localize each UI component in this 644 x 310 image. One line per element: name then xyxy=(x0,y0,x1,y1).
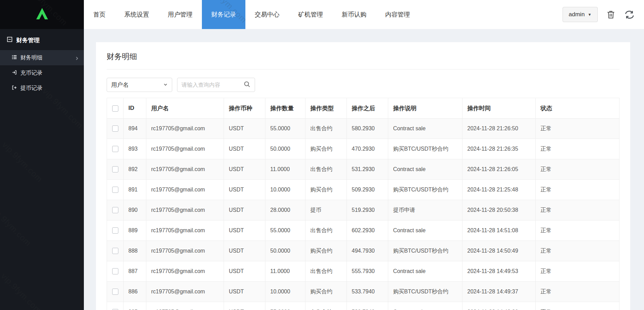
row-checkbox[interactable] xyxy=(112,289,118,295)
table-cell: rc197705@gmail.com xyxy=(146,302,224,310)
logo[interactable] xyxy=(0,0,84,29)
table-cell: 893 xyxy=(124,139,146,159)
row-checkbox[interactable] xyxy=(112,146,118,152)
nav-item-miner-management[interactable]: 矿机管理 xyxy=(289,0,332,29)
column-header: 操作币种 xyxy=(224,98,265,119)
table-cell: 出售合约 xyxy=(305,119,347,139)
table-cell: 11.0000 xyxy=(265,261,305,282)
row-checkbox-cell xyxy=(107,220,124,241)
row-checkbox-cell xyxy=(107,159,124,180)
table-cell: 10.0000 xyxy=(265,282,305,302)
page: vip.9fym.com vip.9fym.com vip.9fym.com v… xyxy=(0,0,644,310)
table-cell: 正常 xyxy=(536,180,619,200)
deposit-icon xyxy=(12,70,17,76)
row-checkbox[interactable] xyxy=(112,227,118,234)
table-cell: 正常 xyxy=(536,119,619,139)
column-header: 状态 xyxy=(536,98,619,119)
sidebar-item-withdraw-records[interactable]: 提币记录 xyxy=(0,81,84,96)
table-cell: 出售合约 xyxy=(305,261,347,282)
table-cell: 正常 xyxy=(536,220,619,241)
table-cell: 出售合约 xyxy=(305,302,347,310)
nav-item-system-settings[interactable]: 系统设置 xyxy=(115,0,158,29)
table-row: 890rc197705@gmail.comUSDT28.0000提币519.29… xyxy=(107,200,619,220)
table-cell: USDT xyxy=(224,159,265,180)
admin-label: admin xyxy=(569,11,585,18)
table-cell: 购买合约 xyxy=(305,282,347,302)
sidebar-item-finance-detail[interactable]: 财务明细 xyxy=(0,50,84,65)
admin-dropdown-button[interactable]: admin ▼ xyxy=(563,7,598,22)
table-cell: 2024-11-28 21:25:48 xyxy=(462,180,536,200)
nav-item-content-management[interactable]: 内容管理 xyxy=(376,0,419,29)
row-checkbox[interactable] xyxy=(112,166,118,172)
table-cell: 2024-11-28 21:26:05 xyxy=(462,159,536,180)
table-cell: 580.2930 xyxy=(347,119,388,139)
table-cell: 55.0000 xyxy=(265,302,305,310)
trash-icon[interactable] xyxy=(607,10,615,19)
row-checkbox-cell xyxy=(107,261,124,282)
table-cell: 正常 xyxy=(536,302,619,310)
search-input[interactable] xyxy=(182,82,241,88)
table-cell: 2024-11-28 14:49:37 xyxy=(462,282,536,302)
sidebar-section-finance[interactable]: 财务管理 xyxy=(0,29,84,50)
table-cell: 购买合约 xyxy=(305,139,347,159)
table-cell: 2024-11-28 14:48:20 xyxy=(462,302,536,310)
table-cell: 602.2930 xyxy=(347,220,388,241)
top-nav: 首页 系统设置 用户管理 财务记录 交易中心 矿机管理 新币认购 内容管理 xyxy=(84,0,419,29)
list-icon xyxy=(12,55,17,61)
table-cell: 11.0000 xyxy=(265,159,305,180)
chevron-down-icon xyxy=(163,82,168,88)
table-cell: 正常 xyxy=(536,241,619,261)
finance-table: ID用户名操作币种操作数量操作类型操作之后操作说明操作时间状态 894rc197… xyxy=(107,98,619,310)
column-header: 用户名 xyxy=(146,98,224,119)
table-cell: rc197705@gmail.com xyxy=(146,282,224,302)
column-header: 操作类型 xyxy=(305,98,347,119)
row-checkbox[interactable] xyxy=(112,207,118,213)
table-cell: 提币申请 xyxy=(388,200,462,220)
username-filter-select[interactable]: 用户名 xyxy=(107,78,172,92)
row-checkbox[interactable] xyxy=(112,187,118,193)
select-all-checkbox[interactable] xyxy=(112,105,118,112)
table-cell: 购买BTC/USDT秒合约 xyxy=(388,139,462,159)
nav-item-trade-center[interactable]: 交易中心 xyxy=(245,0,289,29)
table-cell: 494.7930 xyxy=(347,241,388,261)
table-cell: USDT xyxy=(224,241,265,261)
sidebar-item-label: 充币记录 xyxy=(20,69,42,77)
table-cell: 正常 xyxy=(536,159,619,180)
table-cell: 891 xyxy=(124,180,146,200)
logo-icon xyxy=(34,6,50,24)
nav-item-user-management[interactable]: 用户管理 xyxy=(158,0,202,29)
table-cell: 55.0000 xyxy=(265,220,305,241)
table-row: 893rc197705@gmail.comUSDT50.0000购买合约470.… xyxy=(107,139,619,159)
table-cell: 2024-11-28 21:26:50 xyxy=(462,119,536,139)
search-icon[interactable] xyxy=(243,81,251,89)
row-checkbox[interactable] xyxy=(112,125,118,132)
table-cell: USDT xyxy=(224,180,265,200)
table-cell: 出售合约 xyxy=(305,220,347,241)
table-cell: 正常 xyxy=(536,261,619,282)
header-checkbox-cell xyxy=(107,98,124,119)
nav-item-home[interactable]: 首页 xyxy=(84,0,115,29)
table-cell: rc197705@gmail.com xyxy=(146,241,224,261)
table-row: 892rc197705@gmail.comUSDT11.0000出售合约531.… xyxy=(107,159,619,180)
table-cell: 555.7930 xyxy=(347,261,388,282)
row-checkbox-cell xyxy=(107,200,124,220)
table-row: 889rc197705@gmail.comUSDT55.0000出售合约602.… xyxy=(107,220,619,241)
table-cell: USDT xyxy=(224,302,265,310)
table-cell: 10.0000 xyxy=(265,180,305,200)
table-cell: 889 xyxy=(124,220,146,241)
nav-item-newcoin-subscribe[interactable]: 新币认购 xyxy=(332,0,376,29)
table-row: 888rc197705@gmail.comUSDT50.0000购买合约494.… xyxy=(107,241,619,261)
table-cell: USDT xyxy=(224,282,265,302)
table-cell: 55.0000 xyxy=(265,119,305,139)
table-cell: USDT xyxy=(224,261,265,282)
row-checkbox[interactable] xyxy=(112,268,118,274)
nav-item-finance-records[interactable]: 财务记录 xyxy=(202,0,245,29)
refresh-icon[interactable] xyxy=(624,10,635,19)
sidebar-item-deposit-records[interactable]: 充币记录 xyxy=(0,65,84,81)
table-cell: USDT xyxy=(224,220,265,241)
table-cell: 购买BTC/USDT秒合约 xyxy=(388,241,462,261)
table-cell: 出售合约 xyxy=(305,159,347,180)
row-checkbox-cell xyxy=(107,139,124,159)
row-checkbox[interactable] xyxy=(112,248,118,254)
table-cell: 正常 xyxy=(536,282,619,302)
